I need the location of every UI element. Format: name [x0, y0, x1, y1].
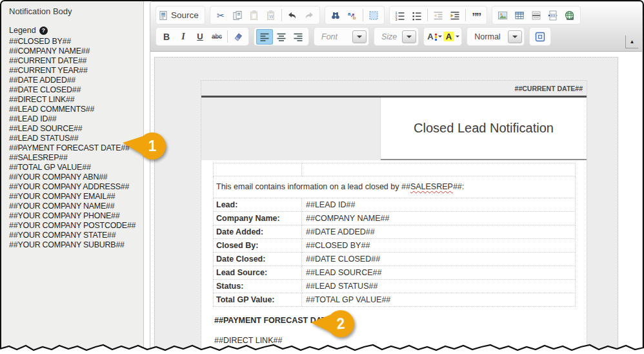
background-color-icon: A — [443, 32, 454, 41]
email-body: This email contains information on a lea… — [201, 160, 587, 354]
copy-icon — [232, 10, 243, 21]
size-dropdown-arrow[interactable] — [402, 30, 416, 43]
field-label: Date Added: — [214, 225, 302, 239]
align-right-icon — [293, 32, 303, 42]
paste-button[interactable] — [246, 8, 263, 23]
copy-button[interactable] — [229, 8, 246, 23]
redo-icon — [304, 10, 314, 21]
collapse-toolbar-button[interactable]: ▲ — [625, 36, 638, 48]
decrease-indent-button[interactable] — [430, 8, 447, 23]
paragraph-format-dropdown[interactable]: Normal — [467, 27, 525, 46]
source-button[interactable]: Source — [158, 8, 203, 23]
maximize-button[interactable] — [532, 29, 548, 45]
numbered-list-button[interactable]: 1 2 3 — [392, 8, 408, 23]
find-button[interactable] — [327, 8, 344, 23]
direct-link-token: ##DIRECT LINK## — [214, 336, 575, 345]
table-row: Lead:##LEAD ID## — [214, 198, 576, 212]
field-label: Status: — [214, 280, 302, 293]
numbered-list-icon: 1 2 3 — [395, 10, 405, 21]
email-logo-row: Closed Lead Notification — [201, 98, 587, 160]
callout-badge-2: 2 — [309, 307, 356, 342]
svg-text:3: 3 — [395, 17, 397, 21]
intro-text: ##: — [453, 182, 464, 191]
maximize-icon — [535, 32, 545, 42]
legend-token-list: ##CLOSED BY## ##COMPANY NAME## ##CURRENT… — [9, 37, 136, 250]
remove-format-button[interactable] — [230, 29, 247, 45]
horizontal-rule-button[interactable] — [528, 8, 545, 23]
chevron-down-icon — [438, 36, 442, 37]
field-label: Company Name: — [214, 212, 302, 225]
undo-button[interactable] — [284, 8, 301, 23]
cut-button[interactable]: ✂ — [212, 8, 229, 23]
font-dropdown-arrow[interactable] — [352, 30, 367, 43]
legend-token: ##CURRENT YEAR## — [9, 66, 136, 76]
italic-button[interactable]: I — [175, 29, 192, 45]
intro-paragraph: This email contains information on a lea… — [214, 176, 576, 198]
bulleted-list-button[interactable] — [408, 8, 425, 23]
italic-icon: I — [181, 32, 185, 42]
editor-toolbar: Source ✂ — [150, 2, 642, 52]
paste-icon — [249, 10, 259, 21]
select-all-button[interactable] — [365, 8, 382, 23]
legend-token: ##YOUR COMPANY POSTCODE## — [9, 221, 136, 231]
undo-icon — [287, 10, 297, 21]
paragraph-format-value: Normal — [469, 32, 508, 41]
align-center-button[interactable] — [273, 29, 290, 45]
insert-table-button[interactable] — [511, 8, 528, 23]
editor-content-frame: ##CURRENT DATE## Closed Lead Notificatio… — [150, 52, 642, 353]
bold-icon: B — [163, 32, 170, 42]
font-dropdown[interactable]: Font — [314, 27, 369, 46]
table-row: Status:##LEAD STATUS## — [214, 280, 576, 293]
legend-token: ##DIRECT LINK## — [9, 95, 136, 105]
legend-token: ##YOUR COMPANY ADDRESS## — [9, 182, 136, 192]
legend-token: ##CURRENT DATE## — [9, 56, 136, 66]
paste-from-word-icon: W — [266, 10, 276, 21]
lead-fields-table: This email contains information on a lea… — [213, 163, 576, 307]
decrease-indent-icon — [433, 10, 443, 21]
replace-button[interactable]: a b — [344, 8, 361, 23]
email-logo-cell — [201, 98, 381, 160]
field-label: Lead Source: — [214, 266, 302, 280]
table-row: Company Name:##COMPANY NAME## — [214, 212, 576, 225]
legend-token: ##CLOSED BY## — [9, 37, 136, 47]
callout-badge-1: 1 — [122, 130, 167, 161]
email-title: Closed Lead Notification — [381, 98, 587, 160]
rich-text-editor: Source ✂ — [150, 1, 643, 354]
table-row: Date Closed:##DATE CLOSED## — [214, 253, 576, 266]
strikethrough-button[interactable]: abc — [208, 29, 225, 45]
table-row: This email contains information on a lea… — [214, 176, 576, 198]
table-row — [214, 163, 576, 176]
font-dropdown-value: Font — [316, 32, 352, 41]
strikethrough-icon: abc — [212, 33, 222, 40]
source-button-label: Source — [168, 10, 203, 20]
help-icon[interactable]: ? — [39, 26, 48, 35]
size-dropdown[interactable]: Size — [374, 27, 419, 46]
legend-token: ##YOUR COMPANY ABN## — [9, 172, 136, 182]
table-row: Lead Source:##LEAD SOURCE## — [214, 266, 576, 280]
table-row: Closed By:##CLOSED BY## — [214, 239, 576, 253]
bold-button[interactable]: B — [158, 29, 175, 45]
underline-icon: U — [197, 32, 203, 41]
editable-body[interactable]: ##CURRENT DATE## Closed Lead Notificatio… — [154, 57, 618, 354]
source-icon — [158, 10, 168, 21]
paragraph-format-arrow[interactable] — [508, 30, 522, 43]
text-color-button[interactable]: A — [426, 29, 443, 45]
insert-image-button[interactable] — [494, 8, 511, 23]
redo-button[interactable] — [301, 8, 317, 23]
blockquote-button[interactable]: ”” — [468, 8, 485, 23]
iframe-button[interactable] — [561, 8, 578, 23]
increase-indent-button[interactable] — [447, 8, 463, 23]
horizontal-rule-icon — [531, 10, 541, 21]
field-value: ##DATE CLOSED## — [302, 253, 576, 266]
legend-token-payment-forecast: ##PAYMENT FORECAST DATE## — [9, 143, 136, 153]
page-break-button[interactable] — [545, 8, 561, 23]
legend-sidebar: Notification Body Legend ? ##CLOSED BY##… — [1, 1, 144, 354]
paste-from-word-button[interactable]: W — [263, 8, 279, 23]
legend-token: ##LEAD ID## — [9, 114, 136, 124]
align-right-button[interactable] — [290, 29, 307, 45]
table-row: Total GP Value:##TOTAL GP VALUE## — [214, 293, 576, 307]
toolbar-row-2: B I U abc — [156, 27, 638, 46]
underline-button[interactable]: U — [192, 29, 208, 45]
background-color-button[interactable]: A — [443, 29, 459, 45]
align-left-button[interactable] — [256, 29, 273, 45]
